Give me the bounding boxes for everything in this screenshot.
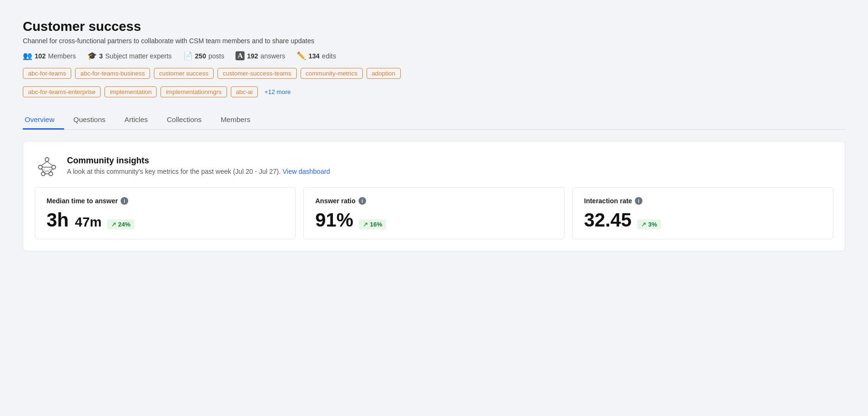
- interaction-rate-value: 32.45: [584, 210, 632, 229]
- edits-meta: ✏️ 134 edits: [297, 51, 336, 60]
- tag-implementation[interactable]: implementation: [104, 86, 157, 97]
- tag-adoption[interactable]: adoption: [367, 68, 401, 79]
- median-time-value: 3h 47m: [47, 210, 102, 229]
- metrics-row: Median time to answer i 3h 47m ↗ 24% Ans…: [35, 187, 833, 239]
- insights-card: Community insights A look at this commun…: [23, 141, 845, 251]
- median-time-badge: ↗ 24%: [107, 219, 134, 229]
- answer-ratio-badge: ↗ 16%: [359, 219, 386, 229]
- page-description: Channel for cross-functional partners to…: [23, 37, 845, 45]
- tag-abc-for-teams[interactable]: abc-for-teams: [23, 68, 71, 79]
- answer-ratio-value: 91%: [315, 210, 353, 229]
- posts-label: posts: [208, 52, 224, 60]
- interaction-rate-info-icon[interactable]: i: [635, 197, 642, 205]
- answers-label: answers: [261, 52, 285, 60]
- experts-meta: 🎓 3 Subject matter experts: [87, 51, 172, 60]
- meta-row: 👥 102 Members 🎓 3 Subject matter experts…: [23, 51, 845, 60]
- svg-point-0: [45, 158, 49, 161]
- insights-header-text: Community insights A look at this commun…: [67, 156, 330, 175]
- tab-questions[interactable]: Questions: [64, 111, 115, 130]
- tag-community-metrics[interactable]: community-metrics: [301, 68, 363, 79]
- tag-implementationmgrs[interactable]: implementationmgrs: [160, 86, 226, 97]
- page-title: Customer success: [23, 19, 845, 34]
- edits-icon: ✏️: [297, 51, 306, 60]
- tab-members[interactable]: Members: [211, 111, 260, 130]
- answers-count: 192: [247, 52, 258, 60]
- insights-title: Community insights: [67, 156, 330, 166]
- edits-label: edits: [322, 52, 336, 60]
- experts-label: Subject matter experts: [105, 52, 172, 60]
- experts-count: 3: [99, 52, 103, 60]
- posts-count: 250: [195, 52, 206, 60]
- posts-meta: 📄 250 posts: [183, 51, 225, 60]
- metric-card-median-time: Median time to answer i 3h 47m ↗ 24%: [35, 187, 296, 239]
- tab-overview[interactable]: Overview: [23, 111, 64, 130]
- interaction-rate-badge: ↗ 3%: [637, 219, 661, 229]
- svg-line-5: [41, 161, 47, 166]
- metric-label-answer-ratio: Answer ratio i: [315, 197, 553, 205]
- tag-abc-for-teams-business[interactable]: abc-for-teams-business: [75, 68, 150, 79]
- tag-customer-success[interactable]: customer success: [154, 68, 214, 79]
- insights-header: Community insights A look at this commun…: [35, 153, 833, 178]
- members-label: Members: [48, 52, 75, 60]
- edits-count: 134: [309, 52, 320, 60]
- interaction-rate-value-row: 32.45 ↗ 3%: [584, 210, 821, 229]
- metric-card-answer-ratio: Answer ratio i 91% ↗ 16%: [303, 187, 565, 239]
- insights-description: A look at this community's key metrics f…: [67, 168, 330, 175]
- answer-ratio-value-row: 91% ↗ 16%: [315, 210, 553, 229]
- answers-meta: A 192 answers: [236, 51, 285, 60]
- tags-more-link[interactable]: +12 more: [262, 86, 293, 97]
- metric-label-interaction-rate: Interaction rate i: [584, 197, 821, 205]
- median-time-value-row: 3h 47m ↗ 24%: [47, 210, 284, 229]
- tag-abc-ai[interactable]: abc-ai: [231, 86, 258, 97]
- tabs-navigation: Overview Questions Articles Collections …: [23, 111, 845, 130]
- median-time-trend-icon: ↗: [111, 221, 116, 228]
- interaction-rate-trend-icon: ↗: [641, 221, 646, 228]
- members-meta: 👥 102 Members: [23, 51, 76, 60]
- metric-label-median-time: Median time to answer i: [47, 197, 284, 205]
- metric-card-interaction-rate: Interaction rate i 32.45 ↗ 3%: [572, 187, 833, 239]
- members-count: 102: [35, 52, 46, 60]
- answers-icon: A: [236, 51, 245, 60]
- people-icon: 👥: [23, 51, 32, 60]
- tag-abc-for-teams-enterprise[interactable]: abc-for-teams-enterprise: [23, 86, 101, 97]
- tags-container: abc-for-teams abc-for-teams-business cus…: [23, 68, 845, 97]
- answer-ratio-trend-icon: ↗: [363, 221, 368, 228]
- expert-icon: 🎓: [87, 51, 97, 60]
- median-time-info-icon[interactable]: i: [121, 197, 128, 205]
- view-dashboard-link[interactable]: View dashboard: [283, 168, 330, 175]
- tab-articles[interactable]: Articles: [115, 111, 157, 130]
- tag-customer-success-teams[interactable]: customer-success-teams: [217, 68, 296, 79]
- svg-point-4: [49, 172, 53, 176]
- posts-icon: 📄: [183, 51, 193, 60]
- community-insights-icon: [35, 153, 59, 178]
- answer-ratio-info-icon[interactable]: i: [359, 197, 366, 205]
- svg-line-6: [47, 161, 53, 166]
- tab-collections[interactable]: Collections: [157, 111, 211, 130]
